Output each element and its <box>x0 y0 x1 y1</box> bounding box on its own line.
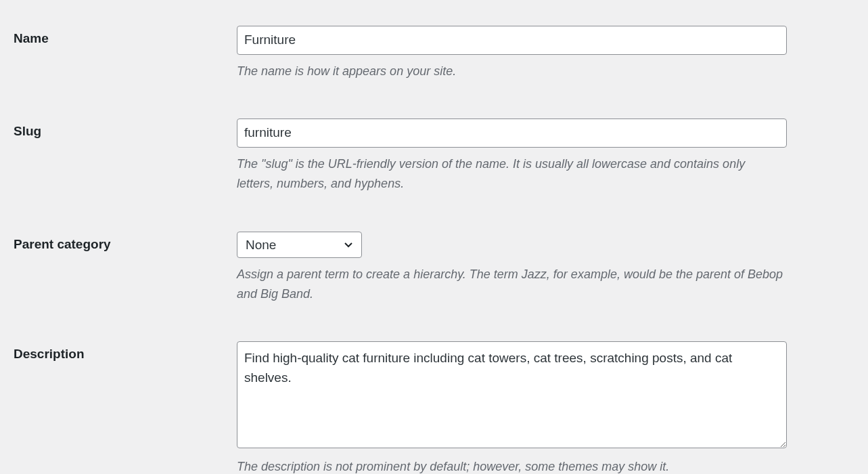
row-spacer <box>0 81 868 105</box>
parent-select-wrapper: None <box>237 232 362 258</box>
name-input[interactable] <box>237 26 787 55</box>
parent-label: Parent category <box>14 232 237 252</box>
parent-row: Parent category None Assign a parent ter… <box>0 218 868 304</box>
parent-description: Assign a parent term to create a hierarc… <box>237 265 785 304</box>
name-row: Name The name is how it appears on your … <box>0 14 868 81</box>
category-edit-form: Name The name is how it appears on your … <box>0 14 868 474</box>
row-spacer <box>0 194 868 218</box>
slug-label: Slug <box>14 118 237 139</box>
slug-row: Slug The "slug" is the URL-friendly vers… <box>0 105 868 193</box>
name-field-wrapper: The name is how it appears on your site. <box>237 26 854 81</box>
slug-description: The "slug" is the URL-friendly version o… <box>237 154 785 194</box>
description-textarea[interactable]: Find high-quality cat furniture includin… <box>237 341 787 448</box>
description-label: Description <box>14 341 237 362</box>
description-description: The description is not prominent by defa… <box>237 457 785 474</box>
description-row: Description Find high-quality cat furnit… <box>0 328 868 474</box>
name-description: The name is how it appears on your site. <box>237 62 785 81</box>
row-spacer <box>0 303 868 328</box>
slug-field-wrapper: The "slug" is the URL-friendly version o… <box>237 118 854 193</box>
parent-select[interactable]: None <box>237 232 362 258</box>
slug-input[interactable] <box>237 118 787 148</box>
name-label: Name <box>14 26 237 46</box>
parent-field-wrapper: None Assign a parent term to create a hi… <box>237 232 854 304</box>
description-field-wrapper: Find high-quality cat furniture includin… <box>237 341 854 474</box>
